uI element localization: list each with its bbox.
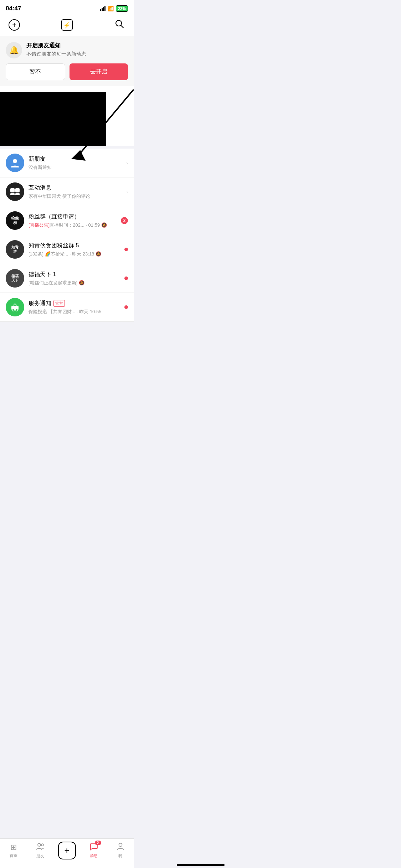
- svg-point-11: [16, 309, 18, 311]
- message-content: 知青伙食团粉丝群 5 [132条] 🌈芯拾光... · 昨天 23:18 🔕: [29, 242, 122, 257]
- avatar: [6, 182, 24, 201]
- message-title: 知青伙食团粉丝群 5: [29, 242, 122, 249]
- battery-indicator: 22%: [116, 5, 128, 12]
- content-block: [0, 86, 134, 146]
- chevron-right-icon: ›: [126, 160, 128, 166]
- svg-point-10: [12, 309, 14, 311]
- avatar: [6, 154, 24, 172]
- message-preview: [直播公告]直播时间：202... · 01:59 🔕: [29, 222, 118, 228]
- message-content: 粉丝群（直接申请） [直播公告]直播时间：202... · 01:59 🔕: [29, 213, 118, 228]
- message-meta: 2: [121, 217, 128, 224]
- notif-buttons: 暂不 去开启: [6, 63, 128, 80]
- message-content: 德福天下 1 [粉丝们正在发起求更新] 🔕: [29, 271, 122, 286]
- mute-icon: 🔕: [96, 251, 101, 257]
- message-meta: ›: [125, 160, 128, 166]
- preview-red: [直播公告]: [29, 222, 50, 228]
- badge-dot: [124, 248, 128, 251]
- notif-title: 开启朋友通知: [26, 42, 86, 50]
- search-icon: [115, 19, 124, 31]
- list-item[interactable]: 新朋友 没有新通知 ›: [0, 149, 134, 177]
- message-meta: [124, 277, 128, 280]
- message-title: 服务通知官方: [29, 300, 122, 307]
- notification-banner: 🔔 开启朋友通知 不错过朋友的每一条新动态 暂不 去开启: [0, 36, 134, 86]
- status-time: 04:47: [6, 5, 21, 12]
- svg-rect-7: [10, 193, 15, 195]
- svg-line-1: [121, 25, 123, 28]
- svg-rect-5: [10, 188, 15, 192]
- svg-rect-8: [15, 193, 20, 195]
- message-title: 粉丝群（直接申请）: [29, 213, 118, 221]
- message-preview: 家有中华田园犬 赞了你的评论: [29, 193, 122, 200]
- message-preview: 没有新通知: [29, 164, 122, 171]
- mute-icon: 🔕: [79, 280, 84, 285]
- wifi-icon: 📶: [108, 6, 114, 11]
- mute-icon: 🔕: [101, 222, 107, 228]
- flash-icon: ⚡: [61, 19, 73, 31]
- status-bar: 04:47 📶 22%: [0, 0, 134, 15]
- official-tag: 官方: [53, 300, 65, 307]
- avatar: 知青群: [6, 240, 24, 259]
- svg-point-4: [13, 159, 17, 163]
- add-button[interactable]: +: [7, 18, 21, 32]
- list-item[interactable]: 知青群 知青伙食团粉丝群 5 [132条] 🌈芯拾光... · 昨天 23:18…: [0, 235, 134, 264]
- svg-rect-6: [15, 188, 20, 192]
- list-item[interactable]: 互动消息 家有中华田园犬 赞了你的评论 ›: [0, 177, 134, 206]
- message-title: 互动消息: [29, 184, 122, 192]
- notif-confirm-button[interactable]: 去开启: [70, 63, 128, 80]
- chevron-right-icon: ›: [126, 189, 128, 195]
- badge-count: 2: [121, 217, 128, 224]
- notif-cancel-button[interactable]: 暂不: [6, 63, 65, 80]
- message-preview: [132条] 🌈芯拾光... · 昨天 23:18 🔕: [29, 251, 122, 257]
- notif-subtitle: 不错过朋友的每一条新动态: [26, 51, 86, 57]
- toolbar: + ⚡: [0, 15, 134, 36]
- badge-dot: [124, 305, 128, 309]
- list-item[interactable]: 德福天下 德福天下 1 [粉丝们正在发起求更新] 🔕: [0, 264, 134, 293]
- notif-text: 开启朋友通知 不错过朋友的每一条新动态: [26, 42, 86, 57]
- video-thumbnail: [0, 92, 106, 146]
- search-button[interactable]: [112, 18, 127, 32]
- message-meta: ›: [125, 189, 128, 195]
- avatar: 粉丝群: [6, 211, 24, 230]
- message-content: 服务通知官方 保险投递 【共青团财... · 昨天 10:55: [29, 300, 122, 315]
- signal-icon: [100, 6, 106, 11]
- list-item[interactable]: 服务通知官方 保险投递 【共青团财... · 昨天 10:55: [0, 293, 134, 322]
- message-meta: [124, 248, 128, 251]
- circle-plus-icon: +: [9, 19, 20, 31]
- bell-icon: 🔔: [6, 42, 22, 58]
- message-meta: [124, 305, 128, 309]
- message-preview: 保险投递 【共青团财... · 昨天 10:55: [29, 309, 122, 315]
- message-title: 德福天下 1: [29, 271, 122, 278]
- avatar: [6, 298, 24, 316]
- avatar: 德福天下: [6, 269, 24, 288]
- list-item[interactable]: 粉丝群 粉丝群（直接申请） [直播公告]直播时间：202... · 01:59 …: [0, 206, 134, 235]
- message-preview: [粉丝们正在发起求更新] 🔕: [29, 280, 122, 286]
- flash-button[interactable]: ⚡: [60, 18, 74, 32]
- badge-dot: [124, 277, 128, 280]
- separator: [0, 146, 134, 149]
- status-icons: 📶 22%: [100, 5, 128, 12]
- message-title: 新朋友: [29, 155, 122, 163]
- message-content: 互动消息 家有中华田园犬 赞了你的评论: [29, 184, 122, 200]
- message-list: 新朋友 没有新通知 › 互动消息 家有中华田园犬 赞了你的评论: [0, 149, 134, 322]
- message-content: 新朋友 没有新通知: [29, 155, 122, 171]
